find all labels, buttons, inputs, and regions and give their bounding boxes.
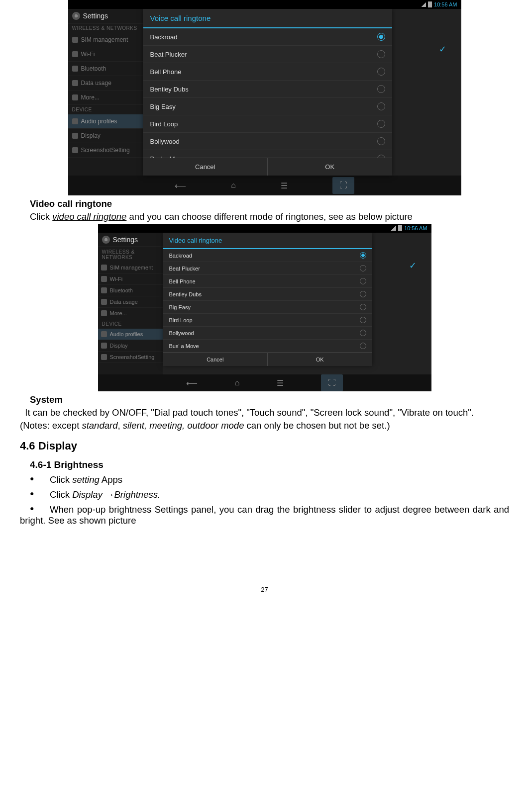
- sidebar-item-label: Wi-Fi: [81, 51, 95, 58]
- menu-icon: [101, 343, 107, 349]
- settings-sidebar: Settings WIRELESS & NETWORKS SIM managem…: [98, 233, 163, 374]
- gear-icon: [102, 236, 110, 244]
- home-icon[interactable]: ⌂: [235, 378, 240, 387]
- ringtone-option[interactable]: Bus' a Move: [143, 150, 392, 158]
- radio-icon[interactable]: [377, 120, 385, 128]
- ringtone-option[interactable]: Backroad: [163, 249, 372, 262]
- ringtone-label: Bollywood: [169, 330, 194, 336]
- ringtone-label: Beat Plucker: [150, 51, 187, 58]
- radio-icon[interactable]: [360, 317, 366, 323]
- ringtone-option[interactable]: Bentley Dubs: [163, 288, 372, 301]
- ringtone-option[interactable]: Beat Plucker: [163, 262, 372, 275]
- radio-icon[interactable]: [377, 155, 385, 158]
- ringtone-label: Bollywood: [150, 138, 180, 145]
- ringtone-option[interactable]: Bell Phone: [163, 275, 372, 288]
- recent-icon[interactable]: ☰: [277, 378, 284, 388]
- ringtone-label: Bentley Dubs: [150, 86, 189, 93]
- sidebar-item[interactable]: Bluetooth: [68, 62, 143, 76]
- signal-icon: [421, 2, 426, 7]
- dialog-title: Voice call ringtone: [143, 9, 392, 28]
- status-bar: 10:56 AM: [68, 0, 461, 9]
- ringtone-label: Big Easy: [150, 103, 176, 110]
- radio-icon[interactable]: [377, 68, 385, 76]
- ringtone-option[interactable]: Beat Plucker: [143, 46, 392, 63]
- settings-header: Settings: [98, 233, 163, 247]
- recent-icon[interactable]: ☰: [281, 181, 288, 190]
- settings-title: Settings: [83, 12, 108, 20]
- radio-icon[interactable]: [377, 102, 385, 110]
- ringtone-option[interactable]: Big Easy: [163, 301, 372, 314]
- battery-icon: [398, 225, 402, 231]
- sidebar-item-label: Data usage: [81, 80, 111, 87]
- sidebar-item-label: Audio profiles: [81, 118, 117, 125]
- menu-icon: [72, 37, 78, 43]
- ringtone-list[interactable]: BackroadBeat PluckerBell PhoneBentley Du…: [143, 28, 392, 158]
- ringtone-option[interactable]: Bell Phone: [143, 63, 392, 81]
- settings-header: Settings: [68, 9, 143, 23]
- home-icon[interactable]: ⌂: [231, 181, 236, 190]
- ringtone-list[interactable]: BackroadBeat PluckerBell PhoneBentley Du…: [163, 249, 372, 353]
- back-icon[interactable]: ⟵: [175, 181, 186, 190]
- sidebar-item[interactable]: Display: [98, 340, 163, 352]
- sidebar-item[interactable]: More...: [98, 308, 163, 319]
- back-icon[interactable]: ⟵: [186, 378, 198, 388]
- sidebar-item[interactable]: ScreenshotSetting: [68, 143, 143, 158]
- check-icon: ✓: [439, 44, 446, 55]
- sidebar-item[interactable]: SIM management: [68, 33, 143, 47]
- sidebar-item-label: SIM management: [110, 265, 153, 271]
- radio-icon[interactable]: [360, 343, 366, 349]
- menu-icon: [101, 299, 107, 305]
- menu-icon: [72, 94, 78, 100]
- radio-icon[interactable]: [360, 265, 366, 271]
- sidebar-item-label: Bluetooth: [81, 65, 106, 72]
- radio-icon[interactable]: [360, 278, 366, 284]
- sidebar-item[interactable]: Wi-Fi: [68, 47, 143, 62]
- ringtone-option[interactable]: Bentley Dubs: [143, 81, 392, 98]
- radio-icon[interactable]: [377, 137, 385, 145]
- screenshot-icon[interactable]: ⛶: [332, 177, 354, 194]
- video-ringtone-text: Click video call ringtone and you can ch…: [30, 211, 509, 223]
- ringtone-label: Backroad: [169, 253, 192, 259]
- sidebar-item[interactable]: Audio profiles: [68, 114, 143, 129]
- radio-icon[interactable]: [360, 330, 366, 336]
- sidebar-item[interactable]: ScreenshotSetting: [98, 352, 163, 363]
- ringtone-label: Bird Loop: [150, 120, 178, 128]
- screenshot-icon[interactable]: ⛶: [321, 374, 343, 391]
- ringtone-dialog: Voice call ringtone BackroadBeat Plucker…: [143, 9, 392, 176]
- radio-icon[interactable]: [377, 33, 385, 41]
- radio-icon[interactable]: [377, 50, 385, 58]
- ringtone-option[interactable]: Bus' a Move: [163, 340, 372, 353]
- sidebar-item[interactable]: Display: [68, 129, 143, 143]
- ringtone-option[interactable]: Big Easy: [143, 98, 392, 115]
- section-display: 4.6 Display: [20, 440, 509, 452]
- status-time: 10:56 AM: [434, 1, 457, 7]
- menu-icon: [101, 276, 107, 282]
- ringtone-option[interactable]: Bird Loop: [163, 314, 372, 327]
- sidebar-item[interactable]: SIM management: [98, 262, 163, 273]
- sidebar-item[interactable]: More...: [68, 90, 143, 105]
- ringtone-option[interactable]: Bird Loop: [143, 115, 392, 133]
- menu-icon: [101, 287, 107, 293]
- subsection-brightness: 4.6-1 Brightness: [20, 459, 509, 470]
- cancel-button[interactable]: Cancel: [143, 158, 268, 176]
- radio-icon[interactable]: [360, 291, 366, 297]
- cancel-button[interactable]: Cancel: [163, 353, 268, 366]
- ringtone-option[interactable]: Backroad: [143, 28, 392, 46]
- ok-button[interactable]: OK: [268, 353, 372, 366]
- sidebar-item-label: Data usage: [110, 299, 138, 305]
- radio-icon[interactable]: [360, 252, 366, 259]
- main-area: ✓ Video call ringtone BackroadBeat Pluck…: [163, 233, 431, 374]
- radio-icon[interactable]: [360, 304, 366, 310]
- sidebar-item[interactable]: Data usage: [98, 296, 163, 308]
- ok-button[interactable]: OK: [268, 158, 392, 176]
- ringtone-label: Big Easy: [169, 304, 191, 310]
- sidebar-item[interactable]: Wi-Fi: [98, 273, 163, 285]
- check-icon: ✓: [409, 260, 417, 271]
- ringtone-option[interactable]: Bollywood: [143, 133, 392, 150]
- sidebar-item[interactable]: Bluetooth: [98, 285, 163, 296]
- radio-icon[interactable]: [377, 85, 385, 93]
- ringtone-label: Bell Phone: [150, 68, 182, 76]
- ringtone-option[interactable]: Bollywood: [163, 327, 372, 340]
- sidebar-item[interactable]: Audio profiles: [98, 329, 163, 340]
- sidebar-item[interactable]: Data usage: [68, 76, 143, 90]
